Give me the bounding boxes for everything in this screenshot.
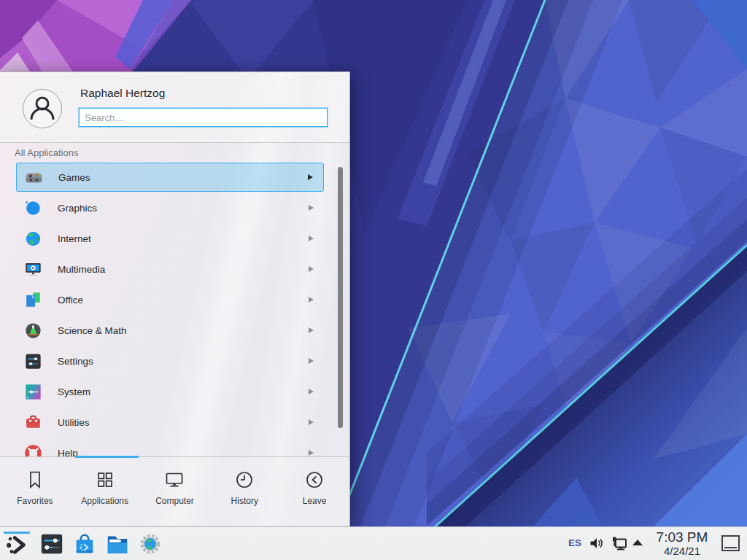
lifebuoy-icon (23, 443, 43, 457)
submenu-arrow-icon (309, 297, 314, 303)
category-label: Utilities (58, 417, 90, 428)
tab-label: History (231, 496, 258, 506)
toolbox-icon (23, 413, 43, 432)
category-office[interactable]: Office (16, 284, 324, 315)
submenu-arrow-icon (309, 419, 314, 425)
digital-clock[interactable]: 7:03 PM 4/24/21 (650, 530, 714, 557)
app-grid-icon (95, 470, 115, 490)
taskbar-panel: ES 7:03 PM 4/24/21 (0, 526, 747, 560)
volume-icon[interactable] (588, 534, 605, 552)
leave-circle-icon (304, 470, 325, 490)
user-avatar[interactable] (23, 89, 62, 128)
wired-network-icon[interactable] (610, 534, 629, 553)
submenu-arrow-icon (308, 174, 313, 180)
kde-launcher-icon (4, 532, 29, 556)
tab-label: Applications (81, 496, 128, 506)
tab-label: Favorites (17, 496, 53, 506)
submenu-arrow-icon (309, 266, 314, 272)
system-settings-button[interactable] (39, 532, 64, 556)
launcher-header: Raphael Hertzog (0, 72, 349, 143)
bookmark-icon (25, 470, 45, 490)
category-internet[interactable]: Internet (16, 223, 324, 254)
system-settings-icon (39, 532, 64, 556)
folder-icon (105, 532, 130, 556)
submenu-arrow-icon (309, 389, 314, 394)
user-name: Raphael Hertzog (80, 87, 165, 100)
category-list: Games Graphics (0, 143, 349, 456)
tab-label: Leave (303, 496, 327, 506)
list-scrollbar[interactable] (338, 167, 343, 428)
web-browser-button[interactable] (139, 533, 161, 555)
category-label: Settings (58, 356, 93, 367)
application-launcher-popup: Raphael Hertzog All Applications Games (0, 71, 350, 526)
category-label: Games (58, 172, 90, 183)
gamepad-icon (24, 168, 44, 187)
paint-ball-icon (23, 198, 43, 218)
sliders-icon (23, 351, 43, 371)
active-task-indicator (4, 532, 30, 534)
system-icon (23, 382, 43, 402)
submenu-arrow-icon (309, 327, 314, 333)
clock-date: 4/24/21 (650, 545, 714, 557)
file-manager-button[interactable] (105, 532, 130, 556)
documents-icon (23, 290, 43, 310)
desktop: Raphael Hertzog All Applications Games (0, 0, 747, 560)
category-games[interactable]: Games (16, 163, 324, 192)
tab-label: Computer (155, 496, 194, 506)
submenu-arrow-icon (309, 450, 314, 456)
show-desktop-button[interactable] (721, 535, 740, 551)
browser-globe-gear-icon (139, 533, 161, 555)
category-help[interactable]: Help (16, 438, 324, 456)
tab-favorites[interactable]: Favorites (0, 457, 70, 526)
submenu-arrow-icon (309, 205, 314, 211)
show-desktop-glyph (724, 547, 737, 548)
search-input[interactable] (79, 108, 328, 127)
tab-computer[interactable]: Computer (140, 457, 210, 526)
category-label: Science & Math (58, 325, 127, 336)
launcher-tab-bar: Favorites Applications Computer (0, 456, 349, 526)
globe-icon (23, 229, 43, 249)
expand-tray-arrow-icon[interactable] (631, 537, 644, 548)
user-icon (23, 90, 61, 128)
discover-bag-icon (72, 532, 97, 556)
clock-time: 7:03 PM (650, 530, 714, 545)
monitor-icon (164, 470, 185, 490)
tab-leave[interactable]: Leave (279, 457, 349, 526)
category-science-math[interactable]: Science & Math (16, 315, 324, 346)
keyboard-layout-indicator[interactable]: ES (568, 537, 581, 548)
category-label: Office (58, 295, 83, 306)
flask-icon (23, 321, 43, 341)
submenu-arrow-icon (309, 358, 314, 364)
active-tab-indicator (75, 456, 139, 458)
discover-button[interactable] (72, 532, 97, 556)
category-label: Internet (58, 233, 91, 244)
category-multimedia[interactable]: Multimedia (16, 254, 324, 284)
category-label: Multimedia (58, 264, 105, 275)
category-label: System (58, 386, 90, 397)
tab-history[interactable]: History (209, 457, 279, 526)
clock-icon (234, 470, 255, 490)
category-settings[interactable]: Settings (16, 346, 324, 376)
submenu-arrow-icon (309, 236, 314, 241)
category-system[interactable]: System (16, 376, 324, 407)
category-graphics[interactable]: Graphics (16, 192, 324, 223)
media-screen-icon (23, 260, 43, 279)
tab-applications[interactable]: Applications (70, 457, 140, 526)
category-label: Graphics (58, 203, 97, 214)
application-launcher-button[interactable] (4, 532, 29, 556)
category-utilities[interactable]: Utilities (16, 407, 324, 438)
